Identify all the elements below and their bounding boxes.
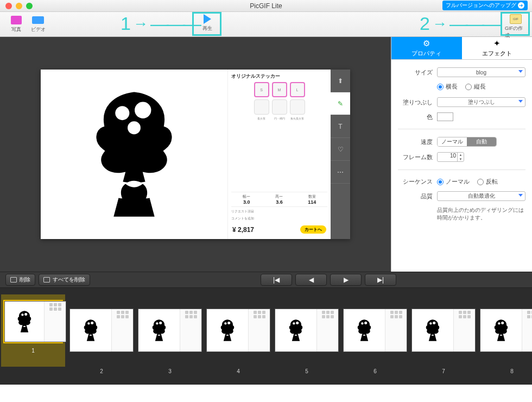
frame-thumb[interactable] (275, 309, 339, 352)
frame-3[interactable]: 3 (138, 294, 202, 374)
preview-canvas: オリジナルステッカー S M L 長方形 円・楕円 角丸長方形 (41, 70, 350, 239)
frame-number: 2 (69, 368, 134, 374)
canvas-artwork (41, 70, 227, 239)
tab-properties[interactable]: ⚙ プロパティ (391, 37, 462, 60)
minimize-window-button[interactable] (16, 3, 22, 9)
frame-2[interactable]: 2 (69, 294, 134, 374)
color-swatch[interactable] (437, 112, 453, 121)
frame-thumb[interactable] (69, 309, 134, 352)
tab-effects-label: エフェクト (482, 49, 512, 58)
frame-5[interactable]: 5 (275, 294, 339, 374)
tab-effects[interactable]: ✦ エフェクト (462, 37, 533, 60)
delete-all-button[interactable]: すべてを削除 (39, 274, 90, 286)
sequence-reverse-radio[interactable]: 反転 (477, 178, 498, 186)
frame-number: 1 (3, 348, 63, 354)
frame-number: 4 (206, 368, 270, 374)
quality-select[interactable]: 自動最適化 (437, 191, 525, 201)
quality-hint: 品質向上のためのディザリングには時間がかかります。 (437, 206, 525, 222)
svg-point-6 (91, 322, 93, 324)
frame-thumb[interactable] (343, 309, 407, 352)
speed-auto-button[interactable]: 自動 (467, 137, 496, 146)
frame-number: 8 (480, 368, 532, 374)
annotation-1: 1→——— (121, 13, 199, 34)
shape-option-rect[interactable] (254, 99, 269, 115)
quality-label: 品質 (398, 192, 433, 200)
delete-frame-button[interactable]: 削除 (5, 274, 35, 286)
frame-number: 3 (138, 368, 202, 374)
video-icon (32, 16, 44, 24)
create-gif-button[interactable]: GIF GIFの作成 (505, 14, 527, 39)
frame-number: 5 (275, 368, 339, 374)
speed-segmented: ノーマル 自動 (437, 137, 497, 147)
svg-point-1 (135, 102, 151, 118)
go-next-button[interactable]: ▶ (330, 274, 362, 286)
svg-point-2 (128, 121, 141, 134)
size-option-s[interactable]: S (254, 82, 269, 97)
titlebar: PicGIF Lite フルバージョンへのアップグ ➜ (0, 0, 532, 12)
play-label: 再生 (202, 25, 212, 32)
frame-8[interactable]: 8 (480, 294, 532, 374)
svg-point-9 (224, 322, 226, 324)
svg-point-13 (361, 322, 363, 324)
speed-normal-button[interactable]: ノーマル (438, 137, 467, 146)
frame-thumb[interactable] (138, 309, 202, 352)
timeline-controls: 削除 すべてを削除 |◀ ◀ ▶ ▶| (0, 272, 532, 288)
svg-point-12 (296, 322, 299, 324)
tool-more-icon[interactable]: ⋯ (331, 161, 350, 184)
tab-properties-label: プロパティ (411, 49, 441, 58)
svg-point-3 (21, 313, 23, 316)
sticker-section-title: オリジナルステッカー (231, 73, 327, 80)
frames-stepper[interactable]: 10 ▲▼ (437, 152, 464, 162)
size-select[interactable]: blog (437, 67, 525, 77)
close-window-button[interactable] (5, 3, 12, 9)
frames-down[interactable]: ▼ (458, 157, 464, 161)
tool-cutline-icon[interactable]: ✎ (331, 92, 350, 115)
go-prev-button[interactable]: ◀ (295, 274, 327, 286)
add-photo-button[interactable]: 写真 (5, 15, 27, 33)
wand-icon: ✦ (493, 39, 501, 48)
tool-favorite-icon[interactable]: ♡ (331, 138, 350, 161)
go-first-button[interactable]: |◀ (261, 274, 292, 286)
svg-point-15 (429, 322, 432, 324)
create-gif-label: GIFの作成 (505, 25, 527, 39)
gear-icon: ⚙ (423, 39, 430, 48)
fullscreen-window-button[interactable] (26, 3, 33, 9)
frame-4[interactable]: 4 (206, 294, 270, 374)
speed-label: 速度 (398, 138, 433, 146)
frame-thumb[interactable] (411, 309, 476, 352)
frame-number: 6 (343, 368, 407, 374)
size-option-l[interactable]: L (290, 82, 305, 97)
orientation-h-radio[interactable]: 横長 (437, 83, 458, 91)
shape-option-circle[interactable] (272, 99, 287, 115)
tool-text-icon[interactable]: T (331, 115, 350, 138)
frame-thumb[interactable] (480, 309, 532, 352)
add-video-label: ビデオ (31, 26, 46, 33)
canvas-buy-button[interactable]: カートへ (300, 225, 326, 234)
add-photo-label: 写真 (11, 26, 21, 33)
sequence-normal-radio[interactable]: ノーマル (437, 178, 470, 186)
svg-point-11 (293, 322, 295, 324)
frame-thumb[interactable] (206, 309, 270, 352)
frames-up[interactable]: ▲ (458, 153, 464, 157)
gif-icon: GIF (510, 14, 522, 24)
svg-point-4 (24, 313, 27, 316)
canvas-note-1: リクエスト項目 (231, 209, 327, 214)
tool-upload-icon[interactable]: ⬆ (331, 70, 350, 92)
orientation-v-radio[interactable]: 縦長 (465, 83, 486, 91)
timeline: 12345678 (0, 288, 532, 385)
go-last-button[interactable]: ▶| (365, 274, 396, 286)
frame-6[interactable]: 6 (343, 294, 407, 374)
preview-pane: オリジナルステッカー S M L 長方形 円・楕円 角丸長方形 (0, 37, 391, 272)
shape-option-rounded[interactable] (290, 99, 305, 115)
play-button[interactable]: 再生 (197, 14, 218, 32)
svg-point-10 (227, 322, 230, 324)
frame-7[interactable]: 7 (411, 294, 476, 374)
size-option-m[interactable]: M (272, 82, 287, 97)
fill-label: 塗りつぶし (398, 98, 433, 106)
add-video-button[interactable]: ビデオ (27, 15, 49, 33)
svg-point-14 (364, 322, 367, 324)
frame-1[interactable]: 1 (1, 294, 65, 367)
upgrade-button[interactable]: フルバージョンへのアップグ ➜ (442, 1, 528, 10)
frame-thumb[interactable] (4, 301, 66, 342)
fill-select[interactable]: 塗りつぶし (437, 97, 525, 107)
